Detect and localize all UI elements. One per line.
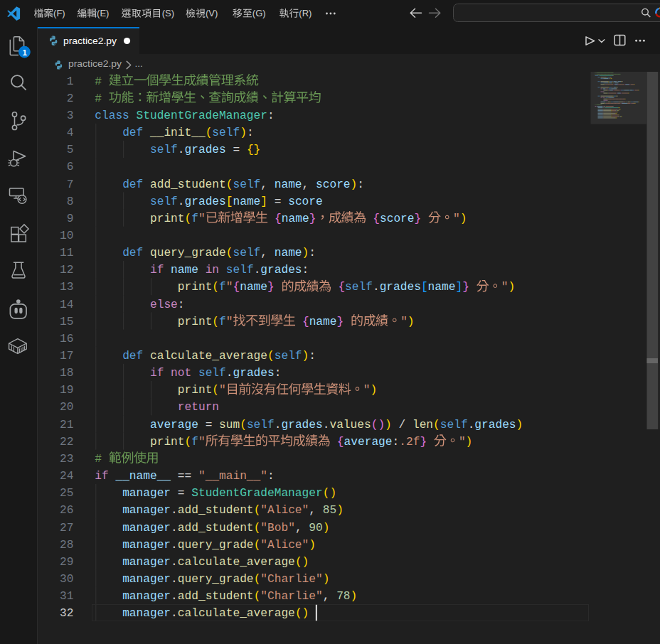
svg-text:): ) — [371, 384, 378, 397]
svg-text::: : — [393, 436, 400, 449]
svg-text:(R): (R) — [299, 8, 312, 18]
svg-text:name: name — [171, 264, 198, 277]
svg-text::: : — [267, 470, 275, 483]
svg-text:{: { — [337, 436, 344, 449]
svg-text:self: self — [212, 127, 240, 139]
svg-text:(S): (S) — [162, 8, 174, 18]
svg-text:): ) — [302, 350, 309, 363]
svg-text:score: score — [380, 213, 415, 225]
svg-text:,: , — [295, 522, 302, 535]
svg-text:values: values — [329, 419, 371, 431]
svg-text:27: 27 — [60, 522, 73, 535]
svg-text:18: 18 — [60, 367, 73, 380]
svg-text:=: = — [206, 419, 213, 431]
svg-text:]: ] — [260, 195, 267, 208]
svg-text:class: class — [95, 109, 129, 122]
svg-text:manager: manager — [122, 539, 171, 552]
svg-text:(: ( — [212, 281, 219, 294]
svg-text:.: . — [171, 590, 178, 603]
svg-text:self: self — [233, 247, 261, 259]
svg-text:1: 1 — [67, 75, 74, 88]
svg-text:#: # — [95, 453, 102, 466]
svg-text:(E): (E) — [97, 8, 109, 18]
svg-text::: : — [357, 178, 364, 191]
svg-text:.2f: .2f — [399, 436, 420, 449]
svg-text:2: 2 — [67, 92, 74, 105]
svg-text:(: ( — [212, 316, 219, 328]
svg-text:calculate_average: calculate_average — [150, 350, 267, 363]
svg-text:name: name — [282, 213, 309, 225]
svg-text:"Alice": "Alice" — [260, 504, 309, 517]
svg-text:): ) — [460, 213, 467, 225]
svg-text:score: score — [316, 178, 351, 191]
svg-text:22: 22 — [60, 436, 73, 449]
svg-text:): ) — [378, 419, 385, 431]
svg-text:self: self — [247, 419, 275, 431]
svg-text:): ) — [508, 281, 515, 294]
svg-text:8: 8 — [67, 195, 74, 208]
svg-text:78: 78 — [336, 590, 350, 603]
svg-text:self: self — [345, 281, 373, 294]
svg-text:{: { — [275, 213, 282, 225]
svg-text:23: 23 — [60, 453, 73, 466]
svg-text:add_student: add_student — [178, 522, 254, 535]
svg-text:6: 6 — [67, 161, 74, 173]
svg-text:f: f — [191, 436, 198, 449]
svg-text:20: 20 — [60, 401, 73, 414]
svg-text:14: 14 — [60, 299, 73, 311]
svg-text:if: if — [150, 264, 164, 277]
svg-text:f: f — [219, 281, 226, 294]
svg-text:self: self — [150, 195, 178, 208]
svg-text:(: ( — [254, 590, 261, 603]
svg-text:add_student: add_student — [178, 504, 254, 517]
svg-text:grades: grades — [281, 419, 322, 431]
svg-text:,: , — [260, 178, 267, 191]
svg-text:29: 29 — [60, 556, 73, 569]
svg-text:not: not — [171, 367, 191, 380]
svg-text:}: } — [415, 213, 422, 225]
svg-text:85: 85 — [323, 504, 336, 517]
svg-text:): ) — [336, 504, 344, 517]
svg-text:): ) — [302, 556, 309, 569]
svg-text:.: . — [178, 195, 185, 208]
svg-text:17: 17 — [60, 350, 73, 363]
svg-text:score: score — [288, 195, 323, 208]
svg-text:add_student: add_student — [178, 590, 254, 603]
svg-text:(: ( — [226, 247, 233, 259]
svg-text:(: ( — [240, 419, 247, 431]
svg-text:calculate_average: calculate_average — [178, 556, 295, 569]
svg-text:def: def — [122, 350, 143, 363]
svg-text:else: else — [150, 299, 178, 311]
svg-text:,: , — [323, 590, 330, 603]
svg-text:"__main__": "__main__" — [198, 470, 267, 483]
svg-text:13: 13 — [60, 281, 73, 294]
svg-text:.: . — [171, 504, 178, 517]
svg-text:name: name — [428, 281, 456, 294]
svg-text:manager: manager — [122, 487, 171, 500]
svg-text:": " — [363, 384, 371, 397]
svg-text:print: print — [178, 384, 213, 397]
svg-text:(: ( — [206, 127, 213, 139]
svg-text:7: 7 — [67, 178, 74, 191]
svg-text:.: . — [373, 281, 380, 294]
svg-text:{: { — [233, 281, 240, 294]
svg-text:=: = — [178, 487, 185, 500]
svg-text:": " — [453, 213, 460, 225]
svg-text:(: ( — [254, 573, 261, 586]
svg-text:manager: manager — [122, 607, 171, 620]
svg-text:self: self — [150, 144, 178, 156]
svg-text:=: = — [233, 144, 240, 156]
svg-text:}: } — [337, 316, 344, 328]
svg-text:name: name — [240, 281, 267, 294]
svg-text:calculate_average: calculate_average — [178, 607, 295, 620]
svg-text::: : — [309, 350, 316, 363]
svg-text:#: # — [95, 75, 102, 88]
svg-text::: : — [302, 264, 309, 277]
svg-text:{}: {} — [247, 144, 260, 156]
svg-text:(: ( — [185, 436, 192, 449]
svg-text:print: print — [178, 316, 213, 328]
svg-text:(): () — [323, 487, 336, 500]
svg-text:90: 90 — [309, 522, 322, 535]
svg-text:(G): (G) — [252, 8, 266, 18]
svg-text:"Charlie": "Charlie" — [260, 590, 322, 603]
